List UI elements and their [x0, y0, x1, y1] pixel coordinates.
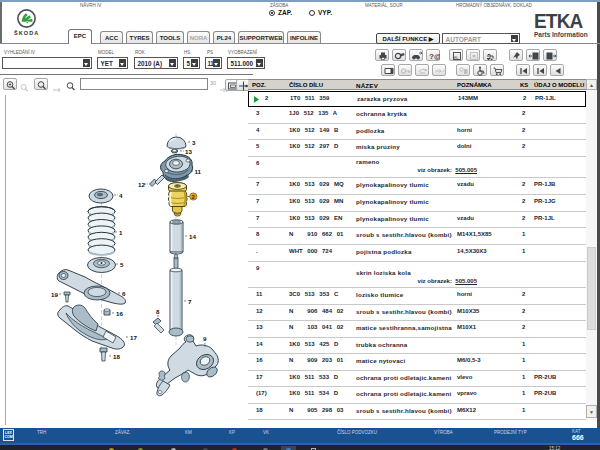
- svg-text:1: 1: [119, 229, 123, 236]
- svg-text:14: 14: [189, 233, 196, 240]
- svg-text:5: 5: [120, 261, 124, 268]
- svg-text:4: 4: [119, 192, 123, 199]
- svg-text:12: 12: [138, 181, 145, 188]
- svg-text:8: 8: [156, 308, 160, 315]
- svg-text:9: 9: [203, 335, 207, 342]
- svg-text:18: 18: [113, 353, 120, 360]
- svg-text:17: 17: [130, 334, 137, 341]
- svg-text:7: 7: [188, 298, 192, 305]
- svg-text:?@: ?@: [429, 52, 440, 61]
- svg-text:19: 19: [51, 291, 58, 298]
- svg-text:13: 13: [185, 148, 192, 155]
- svg-text:11: 11: [195, 168, 202, 175]
- svg-text:3: 3: [192, 139, 196, 146]
- svg-text:EL: EL: [454, 55, 458, 59]
- svg-text:6: 6: [122, 290, 126, 297]
- svg-text:16: 16: [116, 310, 123, 317]
